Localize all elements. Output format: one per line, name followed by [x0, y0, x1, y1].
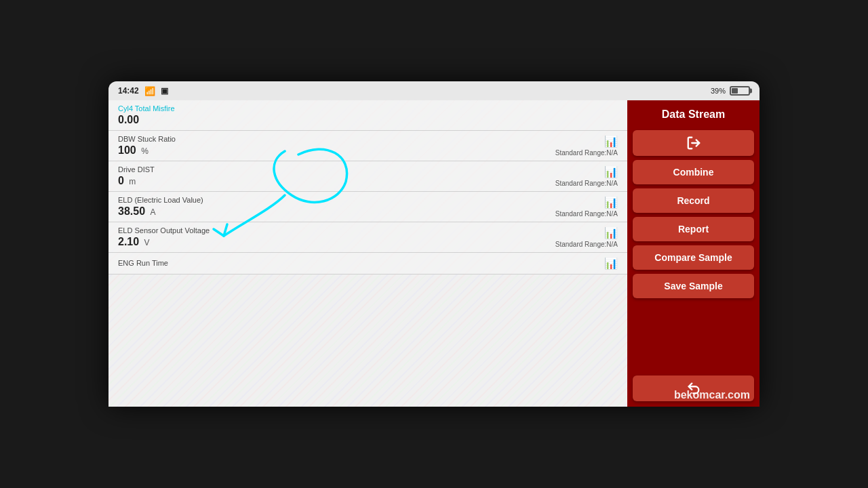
- table-row: Drive DIST 0 m 📊 Standard Range:N/A: [108, 161, 627, 192]
- row-value: 0 m: [118, 175, 155, 187]
- data-list: Cyl4 Total Misfire 0.00 DBW Stuck Ratio …: [108, 100, 627, 407]
- battery-percent: 39%: [711, 87, 726, 95]
- sidebar-title: Data Stream: [633, 106, 754, 126]
- combine-button[interactable]: Combine: [633, 160, 754, 184]
- chart-icon[interactable]: 📊: [604, 196, 618, 209]
- chart-icon[interactable]: 📊: [604, 135, 618, 148]
- row-right: 📊: [604, 257, 618, 270]
- signal-icon: ▣: [161, 86, 168, 96]
- sidebar: Data Stream Combine Record Report Compar…: [627, 100, 760, 407]
- row-left: DBW Stuck Ratio 100 %: [118, 135, 176, 157]
- table-row: ENG Run Time 📊: [108, 253, 627, 274]
- row-right: 📊 Standard Range:N/A: [555, 226, 618, 248]
- row-left: ENG Run Time: [118, 259, 168, 268]
- row-left: ELD Sensor Output Voltage 2.10 V: [118, 226, 210, 248]
- chart-icon[interactable]: 📊: [604, 257, 618, 270]
- row-left: Cyl4 Total Misfire 0.00: [118, 104, 175, 126]
- row-value: 0.00: [118, 114, 175, 126]
- row-value: 2.10 V: [118, 236, 210, 248]
- row-label: Cyl4 Total Misfire: [118, 104, 175, 113]
- device-screen: 14:42 📶 ▣ 39%: [108, 81, 760, 407]
- main-content: Cyl4 Total Misfire 0.00 DBW Stuck Ratio …: [108, 100, 760, 407]
- row-label: DBW Stuck Ratio: [118, 135, 176, 143]
- row-label: ELD (Electric Load Value): [118, 196, 203, 204]
- battery-fill: [732, 88, 738, 94]
- status-bar: 14:42 📶 ▣ 39%: [108, 81, 760, 100]
- range-text: Standard Range:N/A: [555, 241, 618, 248]
- row-right: 📊 Standard Range:N/A: [555, 135, 618, 157]
- chart-icon[interactable]: 📊: [604, 226, 618, 239]
- compare-sample-button[interactable]: Compare Sample: [633, 245, 754, 270]
- row-label: ENG Run Time: [118, 259, 168, 267]
- table-row: Cyl4 Total Misfire 0.00: [108, 100, 627, 131]
- row-left: ELD (Electric Load Value) 38.50 A: [118, 196, 203, 218]
- row-value: 100 %: [118, 144, 176, 157]
- battery-icon: [730, 86, 750, 96]
- table-row: ELD (Electric Load Value) 38.50 A 📊 Stan…: [108, 192, 627, 222]
- report-button[interactable]: Report: [633, 217, 754, 241]
- chart-icon[interactable]: 📊: [604, 165, 618, 178]
- row-label: Drive DIST: [118, 165, 155, 174]
- row-value: 38.50 A: [118, 205, 203, 218]
- record-button[interactable]: Record: [633, 188, 754, 213]
- wifi-icon: 📶: [144, 86, 155, 96]
- row-right: 📊 Standard Range:N/A: [555, 196, 618, 218]
- table-row: ELD Sensor Output Voltage 2.10 V 📊 Stand…: [108, 222, 627, 253]
- row-left: Drive DIST 0 m: [118, 165, 155, 187]
- table-row: DBW Stuck Ratio 100 % 📊 Standard Range:N…: [108, 131, 627, 161]
- row-right: 📊 Standard Range:N/A: [555, 165, 618, 187]
- status-right: 39%: [711, 86, 750, 96]
- status-left: 14:42 📶 ▣: [118, 86, 168, 96]
- range-text: Standard Range:N/A: [555, 210, 618, 218]
- row-label: ELD Sensor Output Voltage: [118, 226, 210, 235]
- export-button[interactable]: [633, 130, 754, 156]
- save-sample-button[interactable]: Save Sample: [633, 274, 754, 298]
- range-text: Standard Range:N/A: [555, 149, 618, 157]
- watermark: bekomcar.com: [674, 389, 750, 401]
- range-text: Standard Range:N/A: [555, 180, 618, 187]
- time-display: 14:42: [118, 86, 139, 96]
